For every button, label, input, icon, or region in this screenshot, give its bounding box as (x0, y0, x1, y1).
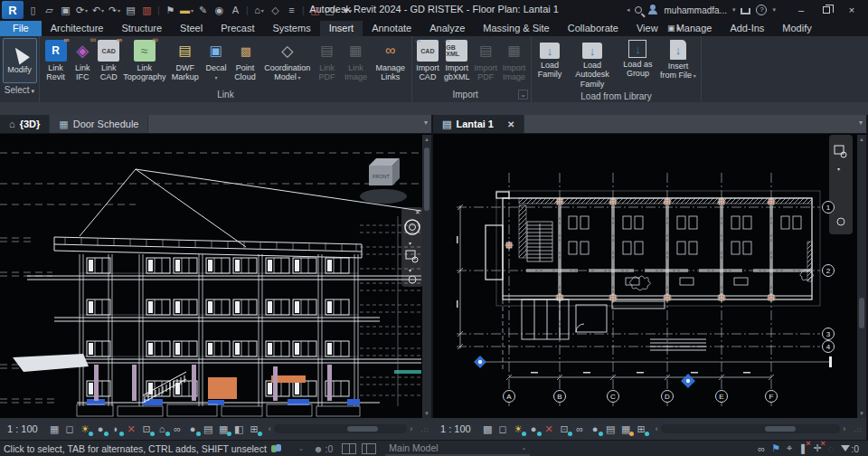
editable-only-toggle[interactable]: ☻:0 (314, 443, 334, 454)
qat-icon[interactable]: A (228, 2, 243, 18)
view-control-icon[interactable]: ◻ (495, 422, 511, 437)
selection-toggle-icon[interactable]: ◌ (828, 443, 835, 454)
qat-icon[interactable]: ▥ (139, 2, 155, 18)
store-cart-icon[interactable] (741, 8, 750, 14)
view-control-icon[interactable]: ⊡ (557, 422, 572, 437)
ribbon-button[interactable]: ▩ Point Cloud (229, 38, 261, 83)
ribbon-tab[interactable]: Annotate (363, 21, 420, 36)
navigation-bar[interactable]: ▾ (829, 135, 853, 234)
minimize-button[interactable]: – (788, 1, 814, 19)
qat-icon[interactable]: ⟳ (74, 2, 90, 18)
qat-icon[interactable]: ◇ (268, 2, 283, 18)
view-control-icon[interactable]: ▦ (618, 422, 634, 437)
selection-toggle-icon[interactable]: ⚑ (771, 442, 780, 454)
view-control-icon[interactable]: ⌂ (155, 422, 170, 437)
qat-icon[interactable]: ▱ (42, 2, 57, 18)
help-dropdown-icon[interactable]: ▾ (772, 6, 776, 14)
ribbon-button[interactable]: ↓ Load Family (533, 38, 566, 81)
qat-icon[interactable]: | (156, 2, 162, 18)
view-control-icon[interactable]: ▦ (216, 422, 231, 437)
ribbon-tab[interactable]: Steel (171, 21, 212, 36)
qat-icon[interactable]: ↷ (107, 2, 122, 18)
view-control-icon[interactable]: ☀ (511, 422, 526, 437)
qat-icon[interactable]: ▣ (58, 2, 73, 18)
search-icon[interactable] (635, 6, 642, 14)
ribbon-button[interactable]: GB XML Import gbXML (441, 38, 473, 83)
grid-bubble[interactable]: F (765, 390, 778, 403)
qat-icon[interactable]: ▬ (179, 2, 194, 18)
grid-bubble[interactable]: A (503, 390, 515, 403)
qat-icon[interactable]: ≡ (284, 2, 299, 18)
qat-icon[interactable]: | (300, 2, 307, 18)
close-view-icon[interactable]: ✕ (507, 119, 514, 129)
username[interactable]: muhammadfa... (664, 5, 726, 15)
ribbon-button[interactable]: ∞ Manage Links (372, 38, 410, 83)
selection-toggle-icon[interactable]: ⌖ (787, 442, 792, 454)
view-control-icon[interactable]: ✕ (542, 422, 557, 437)
ribbon-button[interactable]: ◇ Coordination Model (261, 38, 314, 83)
grid-bubble[interactable]: 1 (822, 201, 835, 214)
ribbon-tab[interactable]: Massing & Site (474, 21, 558, 36)
view-tab-door-schedule[interactable]: ▦ Door Schedule (50, 115, 148, 133)
select-panel-label[interactable]: Select (0, 83, 39, 98)
design-option-select[interactable]: Main Model⌄ (385, 442, 530, 456)
user-dropdown-icon[interactable]: ▾ (732, 6, 736, 14)
right-horizontal-scrollbar[interactable]: ‹ › (653, 422, 849, 436)
panel-launcher-icon[interactable]: ⌄ (518, 90, 528, 100)
view-tab-3d[interactable]: ⌂ {3D} (0, 115, 50, 133)
close-button[interactable]: × (839, 1, 864, 19)
ribbon-tab[interactable]: Collaborate (559, 21, 627, 36)
right-vertical-scrollbar[interactable]: ▲ ▼ (857, 135, 866, 418)
selection-toggle-icon[interactable]: ✛ (813, 442, 821, 454)
view-control-icon[interactable]: ∞ (572, 422, 588, 437)
drawing-canvas-3d[interactable]: FRONT ✕ ▾ ▾ (0, 135, 424, 418)
ribbon-button[interactable]: R Link Revit (42, 38, 70, 83)
ribbon-button[interactable]: ↓ Load as Group (618, 38, 657, 80)
view-control-icon[interactable]: ⊞ (247, 422, 262, 437)
viewcube[interactable]: FRONT (360, 158, 407, 204)
view-control-icon[interactable]: ⊞ (634, 422, 649, 437)
view-control-icon[interactable]: ◗ (108, 422, 124, 437)
tab-list-dropdown-icon[interactable]: ▾ (859, 119, 863, 127)
ribbon-button[interactable]: ▦ Link Image (340, 38, 371, 83)
ribbon-button[interactable]: ↓ Insert from File (657, 38, 699, 81)
ribbon-tab[interactable]: Structure (112, 21, 171, 36)
drawing-canvas-floorplan[interactable]: ▾ ABCDEF 1234 (433, 135, 857, 418)
view-control-icon[interactable]: ▦ (47, 422, 62, 437)
ribbon-button[interactable]: ◈ Link IFC (70, 38, 95, 83)
ribbon-tab[interactable]: Precast (212, 21, 263, 36)
ribbon-button[interactable]: ▦ Import Image (499, 38, 529, 83)
ribbon-button[interactable]: CAD Link CAD (95, 38, 122, 83)
qat-icon[interactable]: ◉ (212, 2, 227, 18)
view-control-icon[interactable]: ⊡ (139, 422, 155, 437)
ribbon-button[interactable]: ▤ DWF Markup (167, 38, 203, 83)
selection-toggle-icon[interactable]: ❚ (798, 442, 807, 454)
view-control-icon[interactable]: ● (93, 422, 108, 437)
view-control-icon[interactable]: ✕ (124, 422, 139, 437)
grid-bubble[interactable]: 4 (822, 340, 835, 353)
view-control-icon[interactable]: ∞ (170, 422, 185, 437)
qat-icon[interactable]: ↶ (90, 2, 106, 18)
scale-indicator[interactable]: 1 : 100 (7, 423, 38, 434)
qat-icon[interactable]: ▤ (123, 2, 138, 18)
view-control-icon[interactable]: ● (185, 422, 201, 437)
revit-logo-icon[interactable]: R (2, 1, 24, 19)
view-control-icon[interactable]: ☀ (78, 422, 93, 437)
ribbon-button[interactable]: ▤ Link PDF (314, 38, 340, 83)
section-marker[interactable] (474, 356, 832, 388)
ribbon-tab[interactable]: File (0, 21, 42, 36)
view-control-icon[interactable]: ◧ (231, 422, 247, 437)
qat-icon[interactable]: | (244, 2, 250, 18)
selection-filter[interactable]: :0 (841, 443, 868, 454)
ribbon-button[interactable]: ▣ Decal (203, 38, 229, 83)
search-prev-icon[interactable]: ◂ (627, 6, 630, 14)
pane-resize-grip[interactable]: .:: (420, 425, 429, 433)
qat-icon[interactable]: ⌂ (251, 2, 267, 18)
qat-icon[interactable]: ⚑ (163, 2, 178, 18)
grid-bubble[interactable]: E (715, 390, 728, 403)
view-tab-lantai1[interactable]: ▤ Lantai 1 ✕ (433, 115, 524, 133)
view-control-icon[interactable]: ● (588, 422, 603, 437)
grid-bubble[interactable]: B (553, 390, 566, 403)
view-control-icon[interactable]: ▤ (201, 422, 216, 437)
user-avatar-icon[interactable] (647, 5, 658, 15)
